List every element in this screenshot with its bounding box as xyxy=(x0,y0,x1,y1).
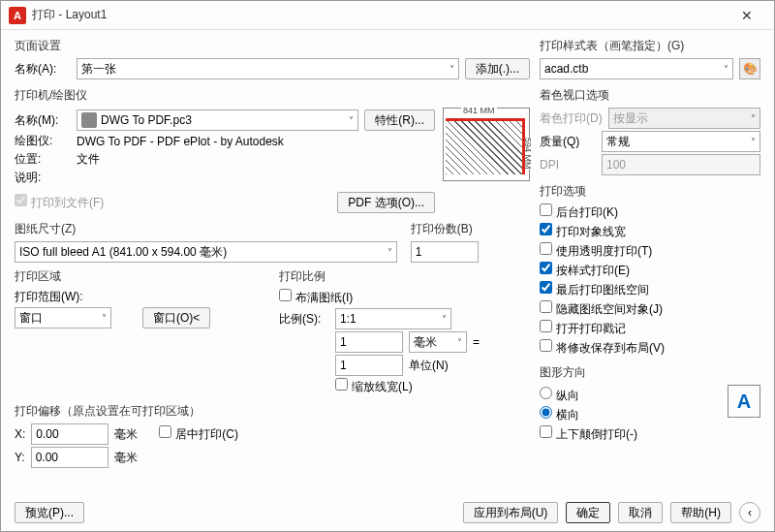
print-dialog: A 打印 - Layout1 ✕ 页面设置 名称(A): 第一张 添加(.)..… xyxy=(0,0,775,532)
printer-name-label: 名称(M): xyxy=(15,112,71,129)
style-table-select[interactable]: acad.ctb xyxy=(540,58,733,79)
copies-legend: 打印份数(B) xyxy=(411,221,530,237)
save-to-layout-checkbox[interactable]: 将修改保存到布局(V) xyxy=(540,339,665,357)
plot-scale-legend: 打印比例 xyxy=(279,268,530,285)
offset-y-unit: 毫米 xyxy=(114,450,138,466)
portrait-radio[interactable]: 纵向 xyxy=(540,387,579,404)
collapse-button[interactable]: ‹ xyxy=(739,502,760,523)
scale-num2-input[interactable]: 1 xyxy=(335,355,403,376)
plot-offset-group: 打印偏移（原点设置在可打印区域） X: 0.00 毫米 居中打印(C) Y: 0… xyxy=(15,403,298,470)
offset-x-value: 0.00 xyxy=(36,427,58,441)
ok-button[interactable]: 确定 xyxy=(566,502,610,523)
orientation-group: 图形方向 纵向 横向 上下颠倒打印(-) A xyxy=(540,364,760,445)
shade-plot-select: 按显示 xyxy=(608,108,760,129)
offset-y-label: Y: xyxy=(15,451,25,464)
quality-value: 常规 xyxy=(606,134,630,150)
scale-select[interactable]: 1:1 xyxy=(335,308,451,329)
dpi-label: DPI xyxy=(540,158,596,172)
preview-hatch xyxy=(446,118,525,174)
scale-num1-input[interactable]: 1 xyxy=(335,331,403,353)
plot-area-group: 打印区域 打印范围(W): 窗口 窗口(O)< xyxy=(15,268,265,397)
page-setup-add-button[interactable]: 添加(.)... xyxy=(465,58,530,79)
offset-x-input[interactable]: 0.00 xyxy=(31,423,108,445)
plot-options-legend: 打印选项 xyxy=(540,183,760,200)
plot-stamp-checkbox[interactable]: 打开打印戳记 xyxy=(540,320,626,337)
plot-scale-group: 打印比例 布满图纸(I) 比例(S): 1:1 1 毫米 = 1 xyxy=(279,268,530,397)
copies-group: 打印份数(B) 1 xyxy=(411,221,530,263)
shade-plot-label: 着色打印(D) xyxy=(540,110,603,127)
hide-paperspace-checkbox[interactable]: 隐藏图纸空间对象(J) xyxy=(540,300,663,318)
app-logo-icon: A xyxy=(9,7,26,24)
offset-y-input[interactable]: 0.00 xyxy=(31,447,108,468)
background-plot-checkbox[interactable]: 后台打印(K) xyxy=(540,203,618,221)
dpi-input: 100 xyxy=(602,154,760,175)
offset-x-unit: 毫米 xyxy=(114,426,138,443)
chevron-left-icon: ‹ xyxy=(748,506,752,519)
scale-label: 比例(S): xyxy=(279,311,329,328)
printer-properties-button[interactable]: 特性(R)... xyxy=(364,110,435,131)
style-table-group: 打印样式表（画笔指定）(G) acad.ctb 🎨 xyxy=(540,38,760,81)
page-setup-legend: 页面设置 xyxy=(15,38,530,54)
scale-num2-value: 1 xyxy=(340,359,347,372)
scale-lineweights-checkbox[interactable]: 缩放线宽(L) xyxy=(335,378,413,395)
printer-name-select[interactable]: DWG To PDF.pc3 xyxy=(77,110,358,131)
scale-unit1-value: 毫米 xyxy=(414,334,437,351)
quality-label: 质量(Q) xyxy=(540,134,596,150)
upside-down-checkbox[interactable]: 上下颠倒打印(-) xyxy=(540,425,637,443)
apply-to-layout-button[interactable]: 应用到布局(U) xyxy=(463,502,559,523)
style-table-edit-button[interactable]: 🎨 xyxy=(739,58,760,79)
window-title: 打印 - Layout1 xyxy=(32,7,728,23)
window-pick-button[interactable]: 窗口(O)< xyxy=(142,307,210,329)
plot-paperspace-last-checkbox[interactable]: 最后打印图纸空间 xyxy=(540,281,649,298)
scale-value: 1:1 xyxy=(340,312,356,326)
plot-range-select[interactable]: 窗口 xyxy=(15,307,111,329)
paper-preview: 841 MM 594 MM xyxy=(443,108,530,181)
preview-width-label: 841 MM xyxy=(461,106,497,115)
orientation-icon: A xyxy=(728,385,760,418)
page-setup-name-select[interactable]: 第一张 xyxy=(77,58,459,79)
help-button[interactable]: 帮助(H) xyxy=(670,502,731,523)
plot-area-legend: 打印区域 xyxy=(15,268,265,285)
pdf-options-button[interactable]: PDF 选项(O)... xyxy=(337,192,435,213)
close-button[interactable]: ✕ xyxy=(728,1,766,30)
style-table-value: acad.ctb xyxy=(544,62,588,76)
description-label: 说明: xyxy=(15,170,71,186)
shaded-viewport-group: 着色视口选项 着色打印(D) 按显示 质量(Q) 常规 DPI 100 xyxy=(540,87,760,177)
copies-input[interactable]: 1 xyxy=(411,241,479,263)
printer-group: 打印机/绘图仪 名称(M): DWG To PDF.pc3 特性(R)... 绘… xyxy=(15,87,530,215)
scale-unit1-select[interactable]: 毫米 xyxy=(409,331,467,353)
center-plot-label: 居中打印(C) xyxy=(175,427,238,441)
paper-size-group: 图纸尺寸(Z) ISO full bleed A1 (841.00 x 594.… xyxy=(15,221,397,263)
landscape-radio[interactable]: 横向 xyxy=(540,406,579,423)
equals-label: = xyxy=(473,335,480,349)
fit-to-paper-checkbox[interactable]: 布满图纸(I) xyxy=(279,289,353,306)
center-plot-checkbox[interactable]: 居中打印(C) xyxy=(159,425,238,443)
page-setup-name-value: 第一张 xyxy=(81,61,116,78)
offset-x-label: X: xyxy=(15,427,25,441)
quality-select[interactable]: 常规 xyxy=(602,131,760,152)
orientation-legend: 图形方向 xyxy=(540,364,760,381)
copies-value: 1 xyxy=(416,245,422,259)
paper-size-select[interactable]: ISO full bleed A1 (841.00 x 594.00 毫米) xyxy=(15,241,397,263)
plot-lineweights-checkbox[interactable]: 打印对象线宽 xyxy=(540,223,626,240)
printer-name-value: DWG To PDF.pc3 xyxy=(101,113,192,127)
print-to-file-label: 打印到文件(F) xyxy=(31,196,104,209)
scale-unit2-label: 单位(N) xyxy=(409,358,467,374)
fit-to-paper-label: 布满图纸(I) xyxy=(295,291,353,304)
scale-num1-value: 1 xyxy=(340,335,347,349)
plotter-label: 绘图仪: xyxy=(15,133,71,149)
page-setup-name-label: 名称(A): xyxy=(15,61,71,78)
plot-options-group: 打印选项 后台打印(K) 打印对象线宽 使用透明度打印(T) 按样式打印(E) … xyxy=(540,183,760,359)
plot-with-styles-checkbox[interactable]: 按样式打印(E) xyxy=(540,262,630,279)
page-setup-group: 页面设置 名称(A): 第一张 添加(.)... xyxy=(15,38,530,81)
style-table-legend: 打印样式表（画笔指定）(G) xyxy=(540,38,760,54)
print-to-file-checkbox: 打印到文件(F) xyxy=(15,194,104,211)
cancel-button[interactable]: 取消 xyxy=(618,502,663,523)
plotter-value: DWG To PDF - PDF ePlot - by Autodesk xyxy=(77,135,284,148)
plot-range-value: 窗口 xyxy=(19,310,43,327)
plot-range-label: 打印范围(W): xyxy=(15,289,83,305)
plot-transparency-checkbox[interactable]: 使用透明度打印(T) xyxy=(540,242,652,260)
preview-button[interactable]: 预览(P)... xyxy=(15,502,84,523)
paper-size-legend: 图纸尺寸(Z) xyxy=(15,221,397,237)
titlebar: A 打印 - Layout1 ✕ xyxy=(1,1,774,30)
